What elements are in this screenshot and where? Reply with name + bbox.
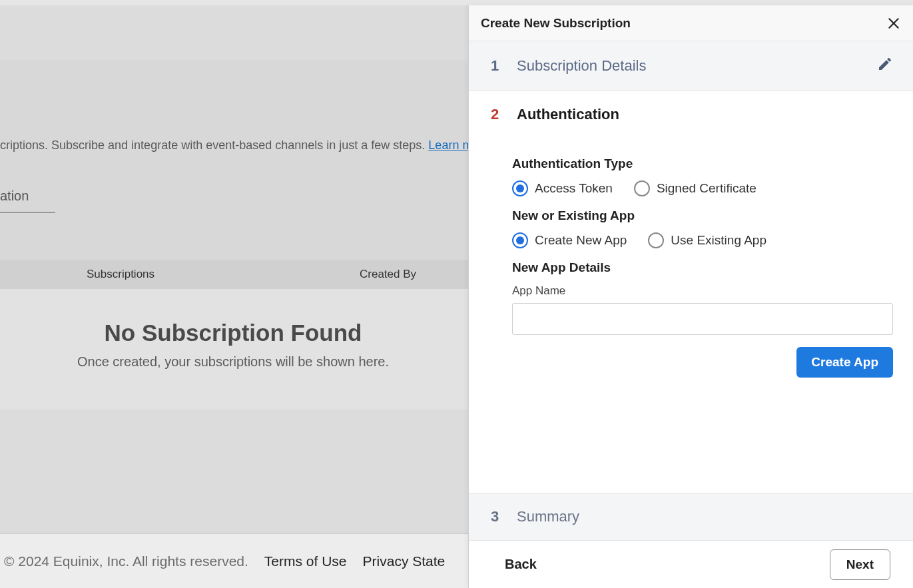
col-created-by: Created By (360, 268, 416, 281)
bg-top-strip (0, 0, 913, 5)
bg-description-text: criptions. Subscribe and integrate with … (0, 139, 428, 152)
back-button[interactable]: Back (505, 557, 537, 572)
app-name-label: App Name (512, 284, 893, 298)
empty-state: No Subscription Found Once created, your… (0, 320, 466, 370)
radio-icon (648, 232, 664, 248)
step-authentication: 2 Authentication (469, 91, 913, 138)
radio-icon (512, 232, 528, 248)
step-2-number: 2 (489, 106, 501, 123)
radio-icon (634, 180, 650, 196)
bg-tab-partial[interactable]: ation (0, 188, 55, 213)
step-2-label: Authentication (517, 106, 619, 123)
auth-type-radio-group: Access Token Signed Certificate (512, 180, 893, 196)
app-mode-radio-group: Create New App Use Existing App (512, 232, 893, 248)
step-3-label: Summary (517, 508, 579, 525)
step-1-label: Subscription Details (517, 57, 646, 75)
footer-terms-link[interactable]: Terms of Use (264, 553, 347, 569)
radio-signed-cert-label: Signed Certificate (657, 181, 757, 196)
authentication-body: Authentication Type Access Token Signed … (469, 138, 913, 398)
step-subscription-details[interactable]: 1 Subscription Details (469, 41, 913, 91)
edit-icon[interactable] (877, 56, 893, 76)
app-name-input[interactable] (512, 303, 893, 335)
radio-signed-certificate[interactable]: Signed Certificate (634, 180, 757, 196)
panel-title: Create New Subscription (481, 16, 631, 31)
panel-footer: Back Next (469, 540, 913, 588)
radio-access-token-label: Access Token (535, 181, 613, 196)
radio-icon (512, 180, 528, 196)
radio-use-existing-label: Use Existing App (671, 233, 766, 248)
new-app-details-heading: New App Details (512, 260, 893, 275)
next-button[interactable]: Next (830, 549, 890, 580)
footer-copyright: © 2024 Equinix, Inc. All rights reserved… (4, 553, 248, 569)
step-summary: 3 Summary (469, 493, 913, 540)
auth-type-heading: Authentication Type (512, 156, 893, 171)
col-subscriptions: Subscriptions (87, 268, 154, 281)
radio-access-token[interactable]: Access Token (512, 180, 613, 196)
radio-use-existing-app[interactable]: Use Existing App (648, 232, 766, 248)
empty-state-subtitle: Once created, your subscriptions will be… (0, 354, 466, 370)
create-app-button[interactable]: Create App (796, 347, 893, 378)
radio-create-new-app[interactable]: Create New App (512, 232, 627, 248)
close-icon[interactable] (886, 16, 901, 31)
radio-create-new-label: Create New App (535, 233, 627, 248)
panel-spacer (469, 398, 913, 493)
app-mode-heading: New or Existing App (512, 208, 893, 223)
footer-privacy-link[interactable]: Privacy State (363, 553, 446, 569)
empty-state-title: No Subscription Found (0, 320, 466, 346)
step-1-number: 1 (489, 57, 501, 75)
step-3-number: 3 (489, 508, 501, 525)
create-subscription-panel: Create New Subscription 1 Subscription D… (468, 5, 913, 588)
panel-header: Create New Subscription (469, 5, 913, 41)
